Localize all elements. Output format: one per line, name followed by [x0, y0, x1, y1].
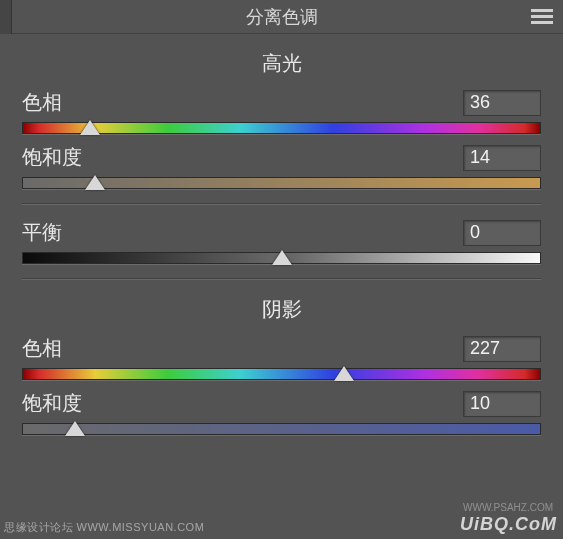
shadows-saturation-label: 饱和度 — [22, 390, 82, 417]
prev-tab-edge[interactable] — [0, 0, 12, 34]
panel-title: 分离色调 — [246, 5, 318, 29]
highlights-saturation-control: 饱和度 14 — [22, 144, 541, 189]
watermark-left: 思缘设计论坛 WWW.MISSYUAN.COM — [4, 520, 204, 535]
balance-slider[interactable] — [22, 252, 541, 264]
divider — [22, 203, 541, 205]
highlights-hue-slider[interactable] — [22, 122, 541, 134]
split-toning-panel: 分离色调 高光 色相 36 饱和度 14 — [0, 0, 563, 539]
panel-content: 高光 色相 36 饱和度 14 平衡 0 — [0, 50, 563, 435]
watermark-right: UiBQ.CoM — [460, 514, 557, 535]
balance-control: 平衡 0 — [22, 219, 541, 264]
watermark-right-small: WWW.PSAHZ.COM — [463, 502, 553, 513]
highlights-saturation-label: 饱和度 — [22, 144, 82, 171]
balance-value[interactable]: 0 — [463, 220, 541, 246]
shadows-saturation-slider[interactable] — [22, 423, 541, 435]
highlights-hue-control: 色相 36 — [22, 89, 541, 134]
highlights-saturation-slider[interactable] — [22, 177, 541, 189]
shadows-hue-label: 色相 — [22, 335, 62, 362]
panel-header: 分离色调 — [0, 0, 563, 34]
highlights-hue-label: 色相 — [22, 89, 62, 116]
highlights-title: 高光 — [22, 50, 541, 77]
balance-label: 平衡 — [22, 219, 62, 246]
shadows-title: 阴影 — [22, 296, 541, 323]
highlights-saturation-value[interactable]: 14 — [463, 145, 541, 171]
highlights-hue-value[interactable]: 36 — [463, 90, 541, 116]
divider — [22, 278, 541, 280]
menu-icon[interactable] — [531, 9, 553, 25]
shadows-hue-value[interactable]: 227 — [463, 336, 541, 362]
shadows-saturation-control: 饱和度 10 — [22, 390, 541, 435]
shadows-hue-slider[interactable] — [22, 368, 541, 380]
shadows-saturation-value[interactable]: 10 — [463, 391, 541, 417]
shadows-hue-control: 色相 227 — [22, 335, 541, 380]
